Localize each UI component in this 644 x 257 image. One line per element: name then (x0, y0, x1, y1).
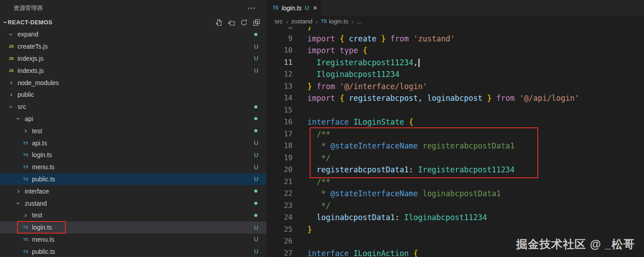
close-icon[interactable]: × (313, 4, 317, 12)
breadcrumb-separator-icon: › (286, 18, 288, 25)
code-line: 22 * @stateInterfaceName loginabcpostDat… (266, 188, 644, 200)
code-line-content: */ (293, 152, 330, 164)
tree-item-zustand[interactable]: ›zustand (0, 197, 266, 209)
code-line: 18 * @stateInterfaceName registerabcpost… (266, 140, 644, 152)
code-line-content: import { create } from 'zustand' (293, 33, 455, 45)
typescript-file-icon: TS (321, 19, 327, 24)
tree-item-menu-ts[interactable]: TSmenu.tsU (0, 161, 266, 173)
breadcrumb-item-login-ts[interactable]: TSlogin.ts (321, 18, 348, 25)
tree-item-node-modules[interactable]: ›node_modules (0, 77, 266, 89)
tree-item-expand[interactable]: ›expand (0, 28, 266, 41)
tree-item-label: test (32, 212, 42, 219)
line-number: 20 (266, 164, 293, 176)
typescript-file-icon: TS (23, 249, 28, 254)
explorer-header: 资源管理器 ⋯ (0, 0, 266, 16)
new-file-icon[interactable] (215, 19, 222, 26)
tree-item-label: public.ts (32, 248, 55, 255)
tab-bar: TS login.ts U × (266, 0, 644, 16)
breadcrumb-item-zustand[interactable]: zustand (291, 18, 312, 25)
tree-item-src[interactable]: ›src (0, 101, 266, 113)
tree-item-label: public.ts (32, 176, 55, 183)
code-line-content: registerabcpostData1: Iregisterabcpost11… (293, 164, 515, 176)
line-number: 26 (266, 235, 293, 248)
typescript-file-icon: TS (23, 225, 28, 230)
section-label: REACT-DEMOS (8, 19, 215, 26)
modified-dot-badge (254, 214, 257, 217)
line-number: 13 (266, 81, 293, 93)
code-editor[interactable]: 8}9import { create } from 'zustand'10imp… (266, 27, 644, 257)
section-header-react-demos[interactable]: › REACT-DEMOS (0, 16, 266, 28)
git-untracked-badge: U (305, 5, 309, 11)
tree-item-label: menu.ts (32, 163, 54, 171)
javascript-file-icon: JS (9, 44, 14, 49)
collapse-all-icon[interactable] (253, 19, 260, 26)
tree-item-label: expand (18, 31, 38, 38)
breadcrumb-label: ... (357, 18, 362, 25)
more-actions-icon[interactable]: ⋯ (248, 4, 256, 12)
tree-item-label: login.ts (32, 224, 52, 231)
typescript-file-icon: TS (23, 177, 28, 181)
tree-item-api[interactable]: ›api (0, 113, 266, 125)
typescript-file-icon: TS (23, 165, 28, 169)
code-line-content: import { registerabcpost, loginabcpost }… (293, 92, 579, 104)
chevron-right-icon[interactable]: › (18, 187, 20, 194)
tree-item-interface[interactable]: ›interface (0, 185, 266, 197)
breadcrumb-item--[interactable]: ... (357, 18, 362, 25)
line-number: 22 (266, 188, 293, 200)
chevron-down-icon[interactable]: › (8, 106, 15, 108)
code-line: 25} (266, 224, 644, 236)
git-untracked-badge: U (254, 164, 258, 171)
typescript-file-icon: TS (273, 5, 279, 10)
chevron-right-icon[interactable]: › (10, 79, 13, 86)
tree-item-test[interactable]: ›test (0, 125, 266, 137)
chevron-down-icon[interactable]: › (15, 202, 22, 204)
tab-login-ts[interactable]: TS login.ts U × (266, 0, 322, 16)
breadcrumb-item-src[interactable]: src (275, 18, 283, 25)
code-line: 21 /** (266, 176, 644, 188)
tree-item-label: src (18, 103, 26, 110)
tree-item-label: indexjs.js (18, 55, 44, 62)
chevron-down-icon[interactable]: › (8, 33, 15, 36)
explorer-title: 资源管理器 (14, 4, 43, 12)
tree-item-api-ts[interactable]: TSapi.tsU (0, 137, 266, 149)
code-line-content: } (293, 224, 312, 236)
code-line: 19 */ (266, 152, 644, 164)
modified-dot-badge (254, 189, 257, 193)
chevron-right-icon[interactable]: › (10, 91, 13, 98)
line-number: 12 (266, 68, 293, 81)
typescript-file-icon: TS (23, 141, 28, 145)
git-untracked-badge: U (254, 224, 258, 231)
tree-item-createts-js[interactable]: JScreateTs.jsU (0, 41, 266, 53)
code-line: 16interface ILoginState { (266, 116, 644, 128)
text-cursor (419, 59, 419, 67)
line-number: 21 (266, 176, 293, 188)
code-line: 12 Iloginabcpost11234 (266, 68, 644, 81)
code-line-content: */ (293, 200, 330, 212)
code-line: 17 /** (266, 128, 644, 140)
tree-item-indexjs-js[interactable]: JSindexjs.jsU (0, 53, 266, 65)
chevron-down-icon[interactable]: › (15, 117, 22, 120)
code-line-content (293, 235, 307, 248)
line-number: 11 (266, 57, 293, 69)
tree-item-label: createTs.js (18, 43, 48, 50)
tree-item-login-ts[interactable]: TSlogin.tsU (0, 221, 266, 234)
chevron-right-icon[interactable]: › (25, 212, 27, 218)
code-line: 14import { registerabcpost, loginabcpost… (266, 92, 644, 104)
code-line-content: * @stateInterfaceName loginabcpostData1 (293, 188, 501, 200)
line-number: 17 (266, 128, 293, 140)
line-number: 10 (266, 45, 293, 57)
code-line-content: } from '@/interface/login' (293, 81, 427, 93)
tree-item-public-ts[interactable]: TSpublic.tsU (0, 173, 266, 185)
tree-item-public[interactable]: ›public (0, 89, 266, 101)
breadcrumb-label: login.ts (329, 18, 348, 25)
chevron-right-icon[interactable]: › (25, 127, 27, 134)
tree-item-public-ts[interactable]: TSpublic.tsU (0, 245, 266, 257)
code-line-content: import type { (293, 45, 367, 57)
tree-item-indexts-js[interactable]: JSindexts.jsU (0, 64, 266, 77)
tree-item-login-ts[interactable]: TSlogin.tsU (0, 149, 266, 161)
tree-item-test[interactable]: ›test (0, 209, 266, 221)
tree-item-label: public (18, 91, 34, 98)
new-folder-icon[interactable] (228, 19, 235, 26)
refresh-icon[interactable] (240, 19, 248, 26)
tree-item-menu-ts[interactable]: TSmenu.tsU (0, 234, 266, 246)
